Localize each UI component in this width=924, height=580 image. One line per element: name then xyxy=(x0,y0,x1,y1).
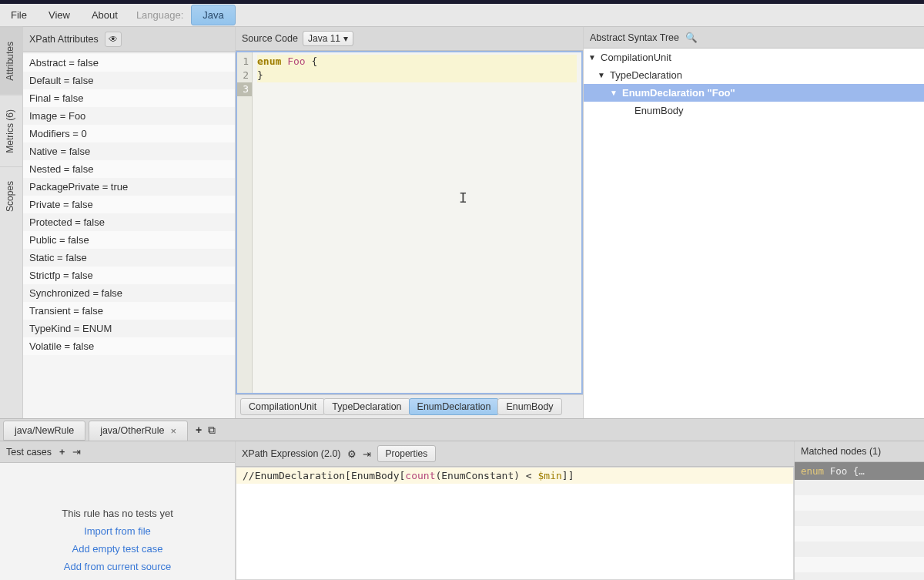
list-stripe xyxy=(795,557,924,572)
attr-row[interactable]: Default = false xyxy=(23,72,235,89)
tests-panel: Test cases + ⇥ This rule has no tests ye… xyxy=(0,441,236,580)
xpath-text: count xyxy=(405,470,435,481)
search-icon[interactable]: 🔍 xyxy=(685,32,698,43)
attr-row[interactable]: Public = false xyxy=(23,231,235,249)
tests-add-current-link[interactable]: Add from current source xyxy=(64,561,171,572)
rules-tab-bar: java/NewRule java/OtherRule × + ⧉ xyxy=(0,418,924,441)
gutter-line: 2 xyxy=(237,69,252,82)
rule-tab-label: java/NewRule xyxy=(15,425,74,436)
eye-off-icon[interactable]: 👁 xyxy=(105,32,122,47)
menu-language-label: Language: xyxy=(129,5,191,25)
list-stripe xyxy=(795,495,924,511)
tree-node-typedeclaration[interactable]: ▼ TypeDeclaration xyxy=(584,66,924,84)
attr-row[interactable]: Private = false xyxy=(23,196,235,213)
list-stripe xyxy=(795,511,924,526)
tree-toggle-icon[interactable]: ▼ xyxy=(588,53,596,62)
code-editor[interactable]: 1 2 3 enum Foo { } I xyxy=(236,51,583,394)
plus-icon[interactable]: + xyxy=(196,424,202,437)
close-icon[interactable]: × xyxy=(171,425,177,437)
menu-bar: File View About Language: Java xyxy=(0,4,924,27)
xpath-text: (EnumConstant) < xyxy=(435,470,537,481)
side-tab-scopes[interactable]: Scopes xyxy=(0,166,22,226)
plus-icon[interactable]: + xyxy=(59,447,65,458)
source-panel: Source Code Java 11 ▾ 1 2 3 enum Foo { }… xyxy=(236,27,584,418)
tests-empty-message: This rule has no tests yet xyxy=(62,508,173,519)
side-tabs: Attributes Metrics (6) Scopes xyxy=(0,27,23,418)
attr-row[interactable]: Protected = false xyxy=(23,213,235,231)
matched-node-row[interactable]: enum Foo {… xyxy=(795,462,924,480)
tree-toggle-icon[interactable]: ▼ xyxy=(610,89,618,97)
attributes-list[interactable]: Abstract = false Default = false Final =… xyxy=(23,52,235,418)
matched-list[interactable]: enum Foo {… xyxy=(795,462,924,580)
menu-about[interactable]: About xyxy=(81,5,129,25)
source-title: Source Code xyxy=(242,33,298,44)
attr-row[interactable]: Static = false xyxy=(23,249,235,267)
attr-row[interactable]: Abstract = false xyxy=(23,54,235,72)
tests-import-link[interactable]: Import from file xyxy=(84,525,151,537)
code-gutter: 1 2 3 xyxy=(237,52,253,393)
xpath-panel: XPath Expression (2.0) ⚙ ⇥ Properties //… xyxy=(236,441,795,580)
tree-node-label: EnumDeclaration "Foo" xyxy=(622,87,735,99)
ast-panel: Abstract Syntax Tree 🔍 ▼ CompilationUnit… xyxy=(584,27,924,418)
xpath-editor[interactable]: //EnumDeclaration[EnumBody[count(EnumCon… xyxy=(236,467,794,580)
matched-node-text: Foo {… xyxy=(824,465,865,477)
rule-tab-newrule[interactable]: java/NewRule xyxy=(3,421,85,441)
crumb-compilationunit[interactable]: CompilationUnit xyxy=(240,398,325,415)
breadcrumb: CompilationUnit TypeDeclaration EnumDecl… xyxy=(236,394,583,418)
java-version-label: Java 11 xyxy=(308,33,340,44)
matched-panel: Matched nodes (1) enum Foo {… xyxy=(795,441,924,580)
side-tab-attributes[interactable]: Attributes xyxy=(0,27,22,95)
attr-row[interactable]: Modifiers = 0 xyxy=(23,125,235,142)
attr-row[interactable]: Transient = false xyxy=(23,302,235,320)
attr-row[interactable]: PackagePrivate = true xyxy=(23,178,235,196)
attr-row[interactable]: Native = false xyxy=(23,142,235,160)
bottom-area: Test cases + ⇥ This rule has no tests ye… xyxy=(0,441,924,580)
export-icon[interactable]: ⇥ xyxy=(363,448,371,460)
code-text: enum xyxy=(257,55,281,67)
copy-icon[interactable]: ⧉ xyxy=(208,424,216,437)
chevron-down-icon: ▾ xyxy=(343,33,348,44)
properties-button[interactable]: Properties xyxy=(377,445,437,462)
menu-file[interactable]: File xyxy=(0,5,38,25)
xpath-title: XPath Expression (2.0) xyxy=(242,448,341,459)
attr-row[interactable]: Image = Foo xyxy=(23,107,235,125)
code-text: Foo xyxy=(281,55,305,67)
menu-view[interactable]: View xyxy=(38,5,81,25)
tree-node-label: EnumBody xyxy=(634,105,684,116)
rule-tab-otherrule[interactable]: java/OtherRule × xyxy=(89,421,188,441)
attr-row[interactable]: Strictfp = false xyxy=(23,267,235,284)
attr-row[interactable]: Volatile = false xyxy=(23,337,235,355)
list-stripe xyxy=(795,572,924,580)
attr-row[interactable]: Final = false xyxy=(23,89,235,107)
attr-row[interactable]: Synchronized = false xyxy=(23,284,235,302)
xpath-text: //EnumDeclaration[EnumBody[ xyxy=(243,470,405,481)
java-version-select[interactable]: Java 11 ▾ xyxy=(303,31,353,46)
tests-header: Test cases + ⇥ xyxy=(0,441,235,463)
side-tab-metrics[interactable]: Metrics (6) xyxy=(0,95,22,167)
attributes-header: XPath Attributes 👁 xyxy=(23,27,235,52)
export-icon[interactable]: ⇥ xyxy=(72,446,81,458)
tests-add-empty-link[interactable]: Add empty test case xyxy=(72,543,163,555)
ast-title: Abstract Syntax Tree xyxy=(590,32,679,43)
crumb-typedeclaration[interactable]: TypeDeclaration xyxy=(323,398,410,415)
code-text: } xyxy=(257,69,577,82)
attributes-title: XPath Attributes xyxy=(29,34,99,45)
ast-tree[interactable]: ▼ CompilationUnit ▼ TypeDeclaration ▼ En… xyxy=(584,49,924,418)
attr-row[interactable]: Nested = false xyxy=(23,160,235,178)
tests-title: Test cases xyxy=(6,447,52,458)
tests-body: This rule has no tests yet Import from f… xyxy=(0,463,235,580)
tree-node-enumdeclaration[interactable]: ▼ EnumDeclaration "Foo" xyxy=(584,84,924,102)
matched-node-text: enum xyxy=(801,465,824,477)
crumb-enumbody[interactable]: EnumBody xyxy=(497,398,561,415)
gear-icon[interactable]: ⚙ xyxy=(347,448,357,460)
code-lines[interactable]: enum Foo { } I xyxy=(253,52,581,393)
tree-node-compilationunit[interactable]: ▼ CompilationUnit xyxy=(584,49,924,66)
xpath-header: XPath Expression (2.0) ⚙ ⇥ Properties xyxy=(236,441,794,467)
tree-toggle-icon[interactable]: ▼ xyxy=(598,71,605,79)
rule-tab-label: java/OtherRule xyxy=(100,425,164,436)
menu-language-value[interactable]: Java xyxy=(191,5,235,25)
attr-row[interactable]: TypeKind = ENUM xyxy=(23,320,235,337)
source-header: Source Code Java 11 ▾ xyxy=(236,27,583,51)
tree-node-enumbody[interactable]: EnumBody xyxy=(584,102,924,119)
crumb-enumdeclaration[interactable]: EnumDeclaration xyxy=(409,398,500,415)
